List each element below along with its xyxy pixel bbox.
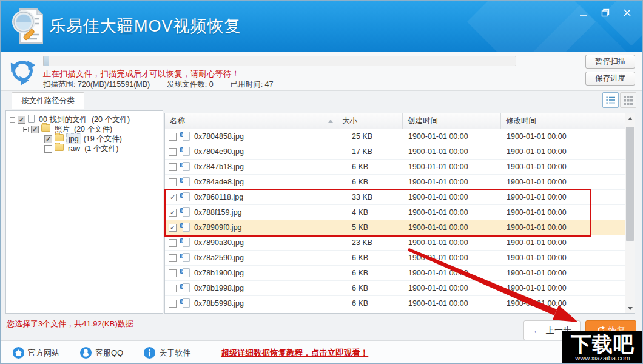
- footer-bar: 官方网站 客服QQ 关于软件 超级详细数据恢复教程，点击立即观看！: [1, 340, 642, 364]
- row-checkbox[interactable]: [169, 148, 177, 156]
- file-modified-time: 1900-01-01 00:00: [501, 235, 599, 250]
- table-row[interactable]: 0x7860118.jpg 33 KB 1900-01-01 00:00 190…: [165, 190, 635, 205]
- tree-checkbox[interactable]: [31, 126, 39, 133]
- file-modified-time: 1900-01-01 00:00: [501, 190, 599, 204]
- table-header: 名称 大小 创建时间 修改时间: [165, 113, 635, 129]
- pause-scan-button[interactable]: 暂停扫描: [585, 55, 635, 69]
- row-checkbox[interactable]: [169, 300, 177, 308]
- row-checkbox[interactable]: [169, 163, 177, 171]
- image-file-icon: [180, 298, 190, 308]
- table-row[interactable]: 0x7804858.jpg 25 KB 1900-01-01 00:00 190…: [165, 129, 635, 144]
- image-file-icon: [180, 132, 190, 141]
- file-size: 6 KB: [337, 251, 403, 265]
- file-name: 0x78b5998.jpg: [194, 299, 244, 308]
- file-created-time: 1900-01-01 00:00: [403, 251, 501, 265]
- tree-item[interactable]: 00 找到的文件 (20 个文件): [7, 115, 161, 124]
- image-file-icon: [180, 192, 190, 202]
- row-checkbox[interactable]: [169, 239, 177, 247]
- restore-button[interactable]: [598, 5, 613, 20]
- row-checkbox[interactable]: [169, 254, 177, 262]
- file-name: 0x7804858.jpg: [194, 132, 244, 141]
- save-progress-button[interactable]: 保存进度: [585, 72, 635, 86]
- file-modified-time: 1900-01-01 00:00: [501, 220, 599, 235]
- column-header-modified[interactable]: 修改时间: [501, 113, 599, 129]
- official-site-link[interactable]: 官方网站: [13, 347, 59, 359]
- scroll-up-button[interactable]: [625, 113, 635, 123]
- file-created-time: 1900-01-01 00:00: [403, 220, 501, 235]
- image-file-icon: [180, 177, 190, 187]
- image-file-icon: [180, 207, 190, 217]
- tab-classify-by-path[interactable]: 按文件路径分类: [12, 92, 84, 109]
- tree-checkbox[interactable]: [44, 135, 52, 143]
- file-name: 0x7860118.jpg: [194, 193, 243, 201]
- tree-node-label: raw: [66, 144, 82, 153]
- file-modified-time: 1900-01-01 00:00: [501, 205, 599, 220]
- row-checkbox[interactable]: [169, 269, 177, 277]
- table-row[interactable]: 0x7847b18.jpg 6 KB 1900-01-01 00:00 1900…: [165, 160, 635, 175]
- tree-checkbox[interactable]: [44, 145, 52, 153]
- row-checkbox[interactable]: [169, 178, 177, 186]
- folder-icon: [55, 144, 64, 153]
- tree-checkbox[interactable]: [18, 116, 25, 124]
- file-size: 6 KB: [337, 160, 403, 174]
- file-modified-time: 1900-01-01 00:00: [501, 160, 599, 174]
- image-file-icon: [180, 223, 190, 232]
- chevron-down-icon: [628, 307, 633, 310]
- close-button[interactable]: [619, 5, 635, 20]
- column-header-name[interactable]: 名称: [165, 113, 337, 129]
- column-header-size[interactable]: 大小: [337, 113, 403, 129]
- document-icon: [28, 115, 35, 125]
- table-row[interactable]: 0x7890a30.jpg 23 KB 1900-01-01 00:00 190…: [165, 235, 635, 251]
- file-created-time: 1900-01-01 00:00: [403, 235, 501, 250]
- table-row[interactable]: 0x78909f0.jpg 5 KB 1900-01-01 00:00 1900…: [165, 220, 635, 235]
- list-view-icon: [606, 96, 616, 104]
- file-size: 5 KB: [337, 220, 403, 235]
- column-header-created[interactable]: 创建时间: [403, 113, 501, 129]
- row-checkbox[interactable]: [169, 133, 177, 141]
- vertical-scrollbar[interactable]: [625, 113, 635, 313]
- tree-expander-icon[interactable]: [23, 127, 29, 132]
- folder-icon: [41, 124, 50, 134]
- thumbnail-view-button[interactable]: [620, 92, 636, 108]
- minimize-button[interactable]: [576, 5, 591, 20]
- grid-view-icon: [624, 96, 633, 105]
- table-row[interactable]: 0x788f159.jpg 4 KB 1900-01-01 00:00 1900…: [165, 205, 635, 220]
- file-size: 17 KB: [337, 144, 403, 159]
- app-title: 乐易佳大疆MOV视频恢复: [49, 15, 241, 37]
- tree-expander-icon[interactable]: [10, 117, 15, 123]
- list-view-button[interactable]: [602, 92, 619, 108]
- row-checkbox[interactable]: [169, 224, 177, 232]
- file-name: 0x7890a30.jpg: [194, 238, 244, 247]
- row-checkbox[interactable]: [169, 209, 177, 217]
- file-modified-time: 1900-01-01 00:00: [501, 129, 599, 144]
- scan-range-label: 扫描范围: 720(MB)/115591(MB): [43, 79, 150, 90]
- progress-fill: [44, 56, 49, 66]
- tree-item[interactable]: jpg (19 个文件): [7, 134, 161, 144]
- support-qq-link[interactable]: 客服QQ: [80, 347, 123, 359]
- tree-item[interactable]: raw (1 个文件): [7, 144, 161, 153]
- scrollbar-thumb[interactable]: [626, 127, 634, 241]
- tab-strip: 按文件路径分类: [1, 91, 642, 109]
- row-checkbox[interactable]: [169, 194, 177, 201]
- file-modified-time: 1900-01-01 00:00: [501, 281, 599, 295]
- scroll-down-button[interactable]: [625, 303, 635, 313]
- table-row[interactable]: 0x78b1998.jpg 6 KB 1900-01-01 00:00 1900…: [165, 281, 635, 296]
- table-row[interactable]: 0x78b1900.jpg 6 KB 1900-01-01 00:00 1900…: [165, 266, 635, 281]
- table-row[interactable]: 0x78b5998.jpg 6 KB 1900-01-01 00:00 1900…: [165, 296, 635, 311]
- row-checkbox[interactable]: [169, 285, 177, 292]
- table-row[interactable]: 0x78a2590.jpg 6 KB 1900-01-01 00:00 1900…: [165, 251, 635, 266]
- scan-progress-bar: [43, 56, 516, 66]
- app-logo-magnifier-document-icon: [10, 5, 45, 47]
- file-created-time: 1900-01-01 00:00: [403, 160, 501, 174]
- table-row[interactable]: 0x784ade8.jpg 6 KB 1900-01-01 00:00 1900…: [165, 175, 635, 190]
- about-software-link[interactable]: 关于软件: [144, 347, 190, 359]
- watermark-url: www.xiazaiba.com: [575, 354, 630, 362]
- image-file-icon: [180, 253, 190, 263]
- file-created-time: 1900-01-01 00:00: [403, 205, 501, 220]
- tutorial-link[interactable]: 超级详细数据恢复教程，点击立即观看！: [221, 348, 368, 359]
- tree-item[interactable]: 照片 (20 个文件): [7, 124, 161, 134]
- file-size: 6 KB: [337, 281, 403, 295]
- table-row[interactable]: 0x7804e90.jpg 17 KB 1900-01-01 00:00 190…: [165, 144, 635, 160]
- tree-node-count: (1 个文件): [84, 144, 118, 153]
- file-name: 0x784ade8.jpg: [194, 178, 244, 186]
